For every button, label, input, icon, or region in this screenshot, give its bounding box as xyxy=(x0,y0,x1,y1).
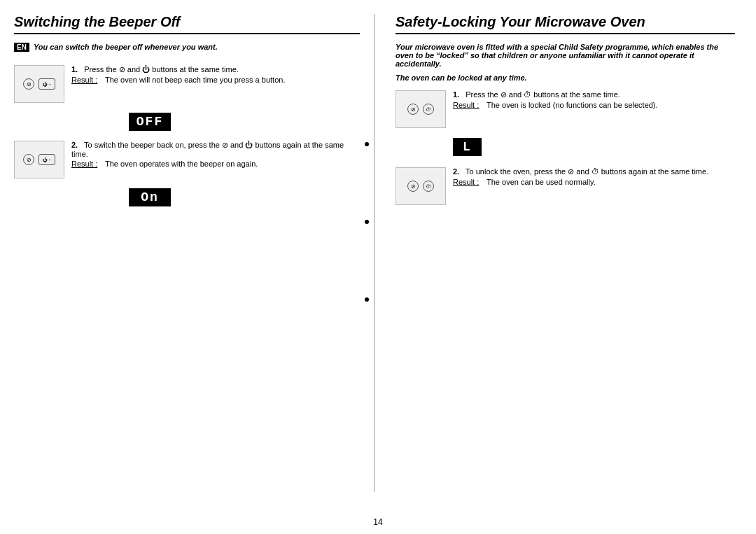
mute-btn-img4: ⊘ xyxy=(407,181,419,192)
left-section: Switching the Beeper Off EN You can swit… xyxy=(14,14,374,492)
left-intro: You can switch the beeper off whenever y… xyxy=(34,43,218,51)
right-step2-text: 2. To unlock the oven, press the ⊘ and ⏱… xyxy=(453,167,735,176)
oven-image-3: ⊘ ⏱ xyxy=(396,90,446,128)
right-subtitle: The oven can be locked at any time. xyxy=(396,73,735,82)
dot-1 xyxy=(365,142,369,146)
right-intro: Your microwave oven is fitted with a spe… xyxy=(396,43,735,68)
page-number: 14 xyxy=(373,517,382,527)
display-off: OFF xyxy=(71,110,360,134)
left-step1-text: 1. Press the ⊘ and ⏻ buttons at the same… xyxy=(71,65,360,74)
oven-image-4: ⊘ ⏱ xyxy=(396,167,446,205)
bullet-dots xyxy=(365,14,369,492)
power-btn-img2: ⏻··· xyxy=(38,154,55,165)
dot-2 xyxy=(365,220,369,224)
left-step2-result: Result : The oven operates with the beep… xyxy=(71,160,360,168)
display-lock: L xyxy=(453,135,735,159)
right-step2: ⊘ ⏱ 2. To unlock the oven, press the ⊘ a… xyxy=(396,167,735,205)
left-step2-text: 2. To switch the beeper back on, press t… xyxy=(71,141,360,158)
mute-btn-img3: ⊘ xyxy=(407,104,419,115)
left-title: Switching the Beeper Off xyxy=(14,14,360,34)
left-step1-result: Result : The oven will not beep each tim… xyxy=(71,76,360,84)
right-step2-content: 2. To unlock the oven, press the ⊘ and ⏱… xyxy=(453,167,735,186)
oven-image-2: ⊘ ⏻··· xyxy=(14,141,64,178)
left-step2: ⊘ ⏻··· 2. To switch the beeper back on, … xyxy=(14,141,360,178)
right-section: Safety-Locking Your Microwave Oven Your … xyxy=(374,14,735,492)
mute-btn-img2: ⊘ xyxy=(23,154,34,165)
right-title: Safety-Locking Your Microwave Oven xyxy=(396,14,735,34)
dot-3 xyxy=(365,297,369,302)
right-step2-result: Result : The oven can be used normally. xyxy=(453,178,735,186)
left-step1: ⊘ ⏻··· 1. Press the ⊘ and ⏻ buttons at t… xyxy=(14,65,360,103)
timer-btn-img2: ⏱ xyxy=(423,181,434,192)
page-footer: 14 xyxy=(0,513,756,534)
right-step1-content: 1. Press the ⊘ and ⏱ buttons at the same… xyxy=(453,90,735,109)
right-step1: ⊘ ⏱ 1. Press the ⊘ and ⏱ buttons at the … xyxy=(396,90,735,128)
display-on: On xyxy=(71,185,360,209)
left-step2-content: 2. To switch the beeper back on, press t… xyxy=(71,141,360,168)
right-step1-text: 1. Press the ⊘ and ⏱ buttons at the same… xyxy=(453,90,735,99)
mute-btn-img: ⊘ xyxy=(23,78,34,90)
en-badge: EN xyxy=(14,43,29,52)
right-step1-result: Result : The oven is locked (no function… xyxy=(453,101,735,109)
page: Switching the Beeper Off EN You can swit… xyxy=(0,0,756,513)
power-btn-img: ⏻··· xyxy=(38,78,55,90)
oven-image-1: ⊘ ⏻··· xyxy=(14,65,64,103)
left-step1-content: 1. Press the ⊘ and ⏻ buttons at the same… xyxy=(71,65,360,84)
timer-btn-img: ⏱ xyxy=(423,104,434,115)
